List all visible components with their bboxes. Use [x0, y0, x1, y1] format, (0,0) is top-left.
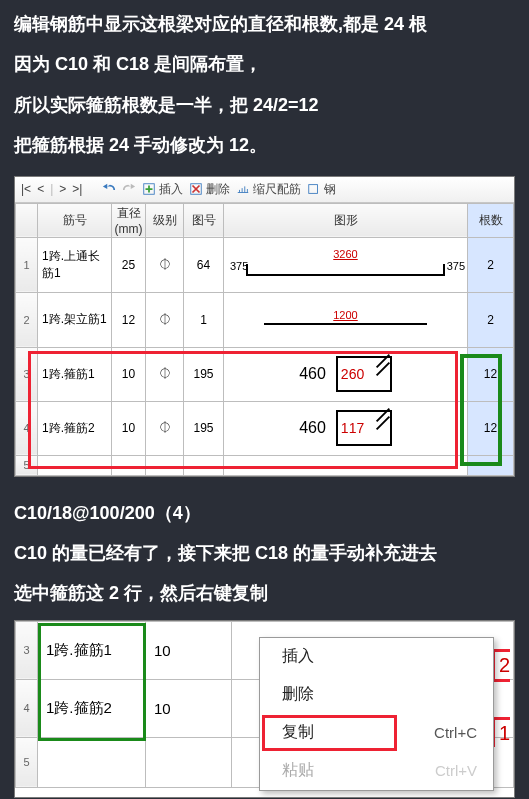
cell-dia[interactable]: 25: [112, 237, 146, 292]
rebar-grid-panel-2: 31跨.箍筋11041跨.箍筋2105 2 1 插入 删除 复制Ctrl+C 粘…: [14, 620, 515, 798]
side-num-bottom: 1: [492, 717, 510, 747]
cell-figure[interactable]: [224, 455, 468, 475]
cell-qty[interactable]: 2: [468, 292, 514, 347]
cell-grade[interactable]: [146, 455, 184, 475]
cell-name[interactable]: 1跨.箍筋2: [38, 401, 112, 455]
table-row[interactable]: 21跨.架立筋112⏀112002: [16, 292, 514, 347]
table-row[interactable]: 31跨.箍筋110⏀19546026012: [16, 347, 514, 401]
table-row[interactable]: 11跨.上通长筋125⏀6437532603752: [16, 237, 514, 292]
table-row[interactable]: 5: [16, 455, 514, 475]
redo-button[interactable]: [122, 182, 136, 196]
cell-grade[interactable]: ⏀: [146, 292, 184, 347]
side-num-top: 2: [492, 649, 510, 682]
row-index: 3: [16, 347, 38, 401]
nav-next-button[interactable]: >: [59, 182, 66, 196]
header-grade[interactable]: 级别: [146, 203, 184, 237]
cell-dia[interactable]: 10: [112, 401, 146, 455]
cell-figure[interactable]: 460117: [224, 401, 468, 455]
ctx-insert[interactable]: 插入: [260, 638, 493, 676]
insert-label: 插入: [159, 181, 183, 198]
grid-header-row: 筋号 直径 (mm) 级别 图号 图形 根数: [16, 203, 514, 237]
ctx-delete[interactable]: 删除: [260, 676, 493, 714]
row-index: 2: [16, 292, 38, 347]
paragraph-5: C10/18@100/200（4）: [0, 489, 529, 529]
cell-grade[interactable]: ⏀: [146, 401, 184, 455]
header-rownum: [16, 203, 38, 237]
scale-label: 缩尺配筋: [253, 181, 301, 198]
cell-grade[interactable]: ⏀: [146, 237, 184, 292]
rebar-grid[interactable]: 筋号 直径 (mm) 级别 图号 图形 根数 11跨.上通长筋125⏀64375…: [15, 203, 514, 476]
nav-prev-button[interactable]: <: [37, 182, 44, 196]
cell-grade[interactable]: ⏀: [146, 347, 184, 401]
rebar-grid-panel: |< < | > >| 插入 删除 缩尺配筋 钢: [14, 176, 515, 477]
context-menu: 插入 删除 复制Ctrl+C 粘贴Ctrl+V: [259, 637, 494, 791]
nav-last-button[interactable]: >|: [72, 182, 82, 196]
cell-qty[interactable]: 2: [468, 237, 514, 292]
row-index: 4: [16, 679, 38, 737]
cell-name[interactable]: 1跨.箍筋1: [38, 621, 146, 679]
row-index: 3: [16, 621, 38, 679]
header-code[interactable]: 图号: [184, 203, 224, 237]
insert-button[interactable]: 插入: [142, 181, 183, 198]
table-row[interactable]: 41跨.箍筋210⏀19546011712: [16, 401, 514, 455]
cell-name[interactable]: 1跨.箍筋2: [38, 679, 146, 737]
cell-dia[interactable]: 12: [112, 292, 146, 347]
cell-code[interactable]: 195: [184, 401, 224, 455]
cell-qty[interactable]: [468, 455, 514, 475]
cell-dia[interactable]: [112, 455, 146, 475]
header-name[interactable]: 筋号: [38, 203, 112, 237]
cell-qty[interactable]: 12: [468, 401, 514, 455]
cell-dia[interactable]: [146, 737, 232, 787]
paragraph-2: 因为 C10 和 C18 是间隔布置，: [0, 40, 529, 80]
undo-button[interactable]: [102, 182, 116, 196]
ctx-copy[interactable]: 复制Ctrl+C: [260, 714, 493, 752]
paragraph-6: C10 的量已经有了，接下来把 C18 的量手动补充进去: [0, 529, 529, 569]
cell-name[interactable]: [38, 455, 112, 475]
paragraph-3: 所以实际箍筋根数是一半，把 24/2=12: [0, 81, 529, 121]
cell-dia[interactable]: 10: [112, 347, 146, 401]
header-dia[interactable]: 直径 (mm): [112, 203, 146, 237]
svg-rect-2: [309, 185, 318, 194]
cell-code[interactable]: 64: [184, 237, 224, 292]
cell-figure[interactable]: 460260: [224, 347, 468, 401]
scale-button[interactable]: 缩尺配筋: [236, 181, 301, 198]
nav-first-button[interactable]: |<: [21, 182, 31, 196]
cell-name[interactable]: 1跨.箍筋1: [38, 347, 112, 401]
steel-label: 钢: [324, 181, 336, 198]
cell-dia[interactable]: 10: [146, 621, 232, 679]
grid-toolbar: |< < | > >| 插入 删除 缩尺配筋 钢: [15, 177, 514, 203]
delete-button[interactable]: 删除: [189, 181, 230, 198]
paragraph-1: 编辑钢筋中显示这根梁对应的直径和根数,都是 24 根: [0, 0, 529, 40]
cell-name[interactable]: [38, 737, 146, 787]
paragraph-4: 把箍筋根据 24 手动修改为 12。: [0, 121, 529, 161]
ctx-paste[interactable]: 粘贴Ctrl+V: [260, 752, 493, 790]
cell-qty[interactable]: 12: [468, 347, 514, 401]
header-fig[interactable]: 图形: [224, 203, 468, 237]
row-index: 5: [16, 737, 38, 787]
row-index: 5: [16, 455, 38, 475]
toolbar-sep: |: [50, 182, 53, 196]
cell-name[interactable]: 1跨.架立筋1: [38, 292, 112, 347]
row-index: 4: [16, 401, 38, 455]
steel-button[interactable]: 钢: [307, 181, 336, 198]
delete-label: 删除: [206, 181, 230, 198]
cell-figure[interactable]: 1200: [224, 292, 468, 347]
cell-code[interactable]: 1: [184, 292, 224, 347]
paragraph-7: 选中箍筋这 2 行，然后右键复制: [0, 569, 529, 609]
row-index: 1: [16, 237, 38, 292]
cell-name[interactable]: 1跨.上通长筋1: [38, 237, 112, 292]
cell-figure[interactable]: 3753260375: [224, 237, 468, 292]
cell-code[interactable]: [184, 455, 224, 475]
cell-code[interactable]: 195: [184, 347, 224, 401]
header-qty[interactable]: 根数: [468, 203, 514, 237]
cell-dia[interactable]: 10: [146, 679, 232, 737]
